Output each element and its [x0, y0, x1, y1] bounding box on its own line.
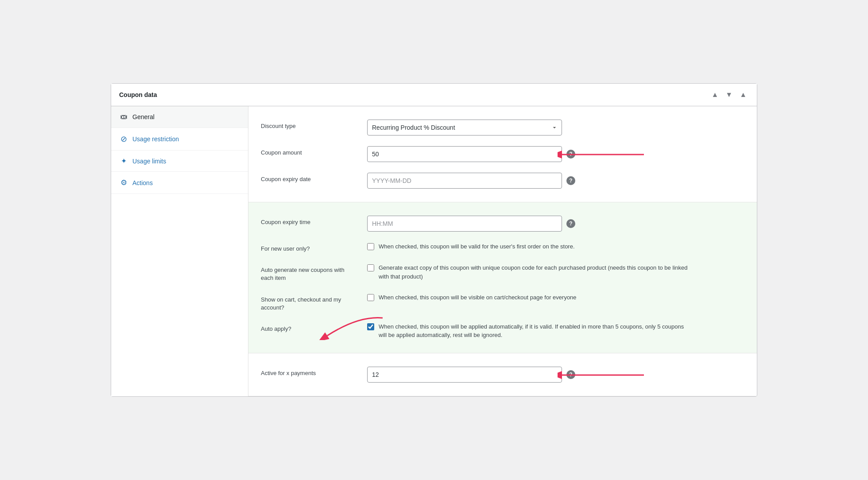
sidebar-label-general: General — [132, 113, 155, 120]
sidebar-item-usage-restriction[interactable]: ⊘ Usage restriction — [111, 128, 248, 151]
for-new-user-checkbox-row: When checked, this coupon will be valid … — [367, 242, 575, 251]
coupon-expiry-time-label: Coupon expiry time — [261, 216, 358, 226]
section-active-payments: Active for x payments ? — [248, 353, 757, 396]
show-on-cart-label: Show on cart, checkout and my account? — [261, 293, 358, 312]
auto-generate-row: Auto generate new coupons with each item… — [261, 258, 744, 287]
show-on-cart-checkbox[interactable] — [367, 294, 374, 301]
for-new-user-label: For new user only? — [261, 242, 358, 253]
coupon-amount-field: ? — [367, 146, 744, 162]
sidebar-label-actions: Actions — [132, 179, 153, 186]
auto-apply-checkbox-row: When checked, this coupon will be applie… — [367, 322, 689, 340]
toggle-button[interactable]: ▲ — [737, 90, 749, 100]
show-on-cart-row: Show on cart, checkout and my account? W… — [261, 288, 744, 317]
sidebar: 🎟 General ⊘ Usage restriction ✦ Usage li… — [111, 106, 248, 396]
discount-type-row: Discount type Recurring Product % Discou… — [261, 114, 744, 141]
coupon-expiry-date-label: Coupon expiry date — [261, 173, 358, 183]
for-new-user-field: When checked, this coupon will be valid … — [367, 242, 744, 251]
auto-generate-field: Generate exact copy of this coupon with … — [367, 263, 744, 281]
auto-generate-checkbox[interactable] — [367, 264, 374, 271]
show-on-cart-checkbox-row: When checked, this coupon will be visibl… — [367, 293, 577, 302]
discount-type-label: Discount type — [261, 120, 358, 130]
gear-icon: ⚙ — [119, 178, 128, 187]
auto-apply-checkbox[interactable] — [367, 323, 374, 330]
coupon-amount-input[interactable] — [367, 146, 562, 162]
for-new-user-checkbox[interactable] — [367, 243, 374, 250]
coupon-amount-row: Coupon amount ? — [261, 141, 744, 167]
panel-header: Coupon data ▲ ▼ ▲ — [111, 84, 757, 106]
coupon-panel: Coupon data ▲ ▼ ▲ 🎟 General ⊘ Usage rest… — [111, 83, 757, 397]
sidebar-label-usage-restriction: Usage restriction — [132, 135, 179, 143]
discount-type-field: Recurring Product % Discount Percentage … — [367, 120, 744, 135]
coupon-expiry-time-input[interactable] — [367, 216, 562, 232]
discount-type-select[interactable]: Recurring Product % Discount Percentage … — [367, 120, 562, 135]
coupon-amount-help[interactable]: ? — [566, 150, 575, 159]
coupon-expiry-date-row: Coupon expiry date ? — [261, 167, 744, 194]
panel-body: 🎟 General ⊘ Usage restriction ✦ Usage li… — [111, 106, 757, 396]
active-payments-row: Active for x payments ? — [261, 361, 744, 388]
panel-header-actions: ▲ ▼ ▲ — [709, 90, 749, 100]
for-new-user-description: When checked, this coupon will be valid … — [379, 242, 575, 251]
collapse-down-button[interactable]: ▼ — [723, 90, 735, 100]
auto-apply-description: When checked, this coupon will be applie… — [379, 322, 689, 340]
show-on-cart-field: When checked, this coupon will be visibl… — [367, 293, 744, 302]
coupon-expiry-date-help[interactable]: ? — [566, 176, 575, 185]
for-new-user-row: For new user only? When checked, this co… — [261, 237, 744, 258]
coupon-expiry-date-input[interactable] — [367, 173, 562, 189]
auto-apply-field: When checked, this coupon will be applie… — [367, 322, 744, 340]
section-extended: Coupon expiry time ? For new user only? … — [248, 202, 757, 353]
auto-generate-label: Auto generate new coupons with each item — [261, 263, 358, 282]
show-on-cart-description: When checked, this coupon will be visibl… — [379, 293, 577, 302]
coupon-expiry-date-field: ? — [367, 173, 744, 189]
section-basic: Discount type Recurring Product % Discou… — [248, 106, 757, 202]
sidebar-item-actions[interactable]: ⚙ Actions — [111, 172, 248, 194]
coupon-expiry-time-help[interactable]: ? — [566, 219, 575, 228]
limits-icon: ✦ — [119, 157, 128, 165]
sidebar-label-usage-limits: Usage limits — [132, 158, 166, 165]
active-payments-input[interactable] — [367, 367, 562, 383]
active-payments-field: ? — [367, 367, 744, 383]
auto-apply-row: Auto apply? When checked, this coupon wi… — [261, 317, 744, 345]
coupon-amount-label: Coupon amount — [261, 146, 358, 157]
restriction-icon: ⊘ — [119, 134, 128, 144]
coupon-expiry-time-row: Coupon expiry time ? — [261, 210, 744, 237]
coupon-expiry-time-field: ? — [367, 216, 744, 232]
auto-apply-label: Auto apply? — [261, 322, 358, 333]
panel-title: Coupon data — [119, 91, 157, 98]
auto-generate-checkbox-row: Generate exact copy of this coupon with … — [367, 263, 689, 281]
main-content: Discount type Recurring Product % Discou… — [248, 106, 757, 396]
collapse-up-button[interactable]: ▲ — [709, 90, 721, 100]
auto-generate-description: Generate exact copy of this coupon with … — [379, 263, 689, 281]
active-payments-label: Active for x payments — [261, 367, 358, 377]
sidebar-item-general[interactable]: 🎟 General — [111, 106, 248, 128]
ticket-icon: 🎟 — [119, 112, 128, 121]
active-payments-help[interactable]: ? — [566, 370, 575, 379]
sidebar-item-usage-limits[interactable]: ✦ Usage limits — [111, 151, 248, 172]
